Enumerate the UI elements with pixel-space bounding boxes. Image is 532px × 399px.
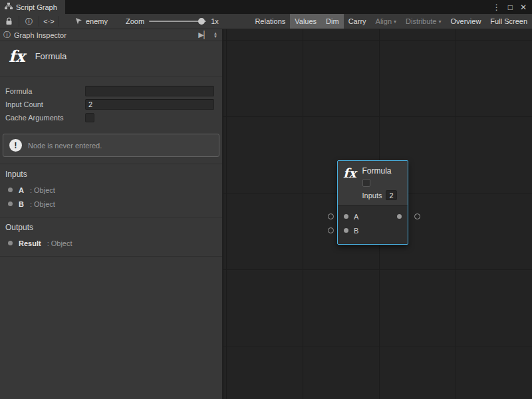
- graph-name-label: enemy: [86, 17, 108, 25]
- tab-label: Script Graph: [16, 3, 57, 11]
- dock-icon[interactable]: ▶▏: [198, 31, 209, 39]
- zoom-label: Zoom: [126, 17, 144, 25]
- list-item: A : Object: [5, 183, 217, 197]
- divider: [0, 256, 222, 257]
- output-port-icon[interactable]: [397, 214, 402, 219]
- inputs-section-header: Inputs: [0, 164, 222, 183]
- title-bar: Script Graph ⋮ □ ✕: [0, 0, 532, 14]
- divider: [19, 16, 19, 27]
- align-dropdown[interactable]: Align ▾: [371, 14, 401, 29]
- dim-button[interactable]: Dim: [321, 14, 344, 29]
- input-port-icon[interactable]: [344, 228, 348, 233]
- tab-script-graph[interactable]: Script Graph: [0, 0, 65, 14]
- graph-canvas[interactable]: fx Formula Inputs 2 A B: [223, 29, 532, 399]
- port-label: A: [354, 213, 358, 221]
- warning-icon: !: [9, 139, 22, 152]
- input-port-icon[interactable]: [344, 214, 348, 219]
- port-icon: [8, 201, 13, 206]
- port-icon: [8, 241, 13, 245]
- inspector-fields: Formula Input Count Cache Arguments: [0, 76, 222, 126]
- port-row-a: A: [338, 209, 408, 223]
- node-input-count-field[interactable]: 2: [386, 190, 396, 200]
- zoom-slider-knob[interactable]: [198, 18, 205, 25]
- full-screen-button[interactable]: Full Screen: [485, 14, 532, 29]
- scroll-stepper[interactable]: ▲ ▼: [213, 32, 219, 39]
- warning-box: ! Node is never entered.: [3, 134, 219, 157]
- fx-icon: fx: [343, 166, 356, 200]
- info-icon: ⓘ: [3, 30, 11, 40]
- graph-inspector-panel: ⓘ Graph Inspector ▶▏ ▲ ▼ fx Formula Form…: [0, 29, 223, 399]
- close-icon[interactable]: ✕: [520, 3, 527, 12]
- graph-toolbar: ⓘ <·> enemy Zoom 1x Relations Values Dim…: [0, 14, 532, 29]
- relations-button[interactable]: Relations: [250, 14, 290, 29]
- unit-title-block: fx Formula: [0, 41, 222, 76]
- zoom-slider[interactable]: [149, 21, 206, 22]
- formula-fx-icon: fx: [9, 49, 25, 65]
- input-count-label: Input Count: [5, 100, 85, 108]
- cache-arguments-label: Cache Arguments: [5, 114, 85, 122]
- inspector-title: Graph Inspector: [14, 31, 66, 39]
- zoom-value: 1x: [211, 17, 219, 25]
- divider: [59, 16, 59, 27]
- node-ports: A B: [338, 205, 408, 244]
- node-title: Formula: [362, 166, 397, 176]
- port-icon: [8, 188, 13, 192]
- script-graph-icon: [5, 3, 13, 11]
- distribute-dropdown[interactable]: Distribute ▾: [401, 14, 446, 29]
- unit-title: Formula: [35, 51, 67, 61]
- node-formula-input[interactable]: [362, 179, 370, 187]
- code-icon[interactable]: <·>: [40, 14, 58, 29]
- graph-pointer-icon: [75, 17, 82, 26]
- overview-button[interactable]: Overview: [446, 14, 486, 29]
- outputs-list: Result : Object: [0, 236, 222, 256]
- inputs-list: A : Object B : Object: [0, 183, 222, 217]
- node-inputs-label: Inputs: [362, 192, 382, 200]
- port-row-b: B: [338, 223, 408, 237]
- divider: [39, 16, 39, 27]
- port-connector-ring[interactable]: [328, 227, 334, 233]
- port-connector-ring[interactable]: [414, 213, 420, 219]
- list-item: Result : Object: [5, 236, 217, 250]
- list-item: B : Object: [5, 197, 217, 211]
- port-label: B: [354, 227, 358, 235]
- zoom-control: Zoom 1x: [120, 14, 224, 29]
- maximize-icon[interactable]: □: [508, 3, 513, 12]
- info-icon[interactable]: ⓘ: [20, 14, 38, 29]
- warning-text: Node is never entered.: [28, 142, 102, 150]
- formula-input[interactable]: [85, 86, 214, 96]
- formula-label: Formula: [5, 87, 85, 95]
- inspector-header: ⓘ Graph Inspector ▶▏ ▲ ▼: [0, 29, 222, 41]
- chevron-down-icon: ▾: [394, 19, 396, 25]
- port-connector-ring[interactable]: [328, 213, 334, 219]
- outputs-section-header: Outputs: [0, 217, 222, 236]
- input-count-input[interactable]: [85, 99, 214, 110]
- formula-node[interactable]: fx Formula Inputs 2 A B: [337, 160, 408, 245]
- lock-icon[interactable]: [0, 14, 18, 29]
- graph-reference-breadcrumb[interactable]: enemy: [70, 14, 112, 29]
- node-header: fx Formula Inputs 2: [338, 161, 408, 205]
- chevron-down-icon: ▾: [439, 19, 442, 25]
- window-menu-icon[interactable]: ⋮: [493, 3, 501, 12]
- cache-arguments-checkbox[interactable]: [85, 113, 94, 122]
- carry-button[interactable]: Carry: [344, 14, 371, 29]
- values-button[interactable]: Values: [290, 14, 321, 29]
